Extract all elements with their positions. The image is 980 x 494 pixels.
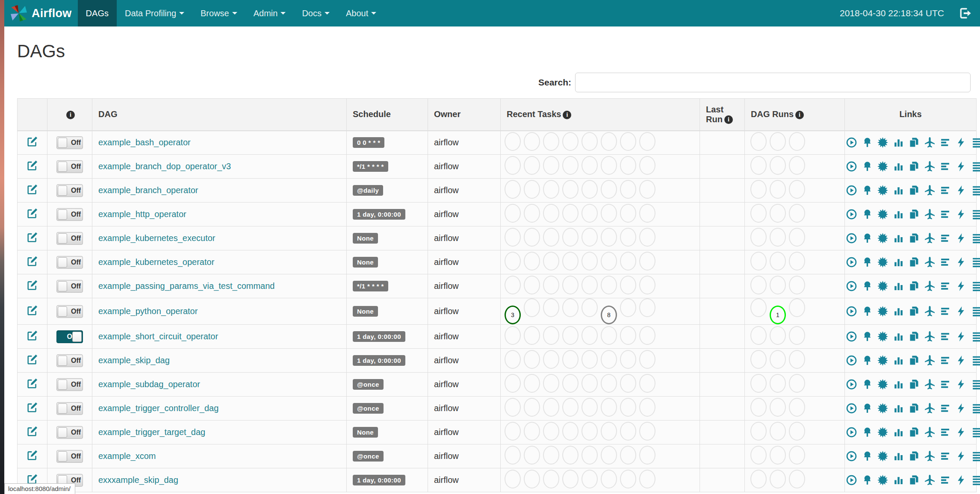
task-state-circle[interactable] (543, 398, 559, 417)
task-state-circle[interactable] (639, 156, 655, 175)
task-state-circle[interactable] (562, 422, 579, 441)
task-state-circle[interactable] (505, 470, 521, 488)
dag-run-circle[interactable] (750, 180, 767, 199)
task-state-circle[interactable] (524, 228, 540, 247)
task-state-circle[interactable] (620, 398, 636, 417)
task-state-circle[interactable] (524, 446, 540, 465)
dag-link[interactable]: example_bash_operator (98, 138, 191, 147)
task-state-circle[interactable] (620, 180, 636, 199)
dag-run-circle[interactable] (789, 252, 805, 271)
pause-toggle[interactable]: Off (56, 305, 83, 318)
tree-view-icon[interactable] (862, 257, 873, 268)
tree-view-icon[interactable] (862, 403, 873, 414)
edit-dag-icon[interactable] (27, 136, 38, 147)
task-state-circle[interactable] (582, 276, 598, 294)
task-state-circle[interactable] (620, 298, 636, 317)
task-state-circle[interactable] (582, 470, 598, 488)
logs-icon[interactable] (971, 257, 980, 268)
pause-toggle[interactable]: On (56, 330, 83, 343)
task-state-circle[interactable] (601, 446, 617, 465)
task-state-circle[interactable] (582, 204, 598, 223)
trigger-dag-icon[interactable] (846, 161, 857, 172)
task-state-circle[interactable] (582, 132, 598, 151)
trigger-dag-icon[interactable] (846, 257, 857, 268)
task-state-circle[interactable] (562, 470, 579, 488)
gantt-view-icon[interactable] (940, 281, 950, 291)
graph-view-icon[interactable] (877, 185, 888, 196)
pause-toggle[interactable]: Off (56, 426, 83, 439)
dag-link[interactable]: example_passing_params_via_test_command (98, 281, 275, 291)
task-state-circle[interactable] (620, 446, 636, 465)
graph-view-icon[interactable] (877, 137, 888, 148)
dag-run-circle[interactable] (770, 252, 786, 271)
dag-run-circle[interactable] (750, 326, 767, 345)
dag-run-circle[interactable] (770, 398, 786, 417)
code-view-icon[interactable] (956, 185, 966, 196)
landing-times-icon[interactable] (924, 306, 935, 317)
landing-times-icon[interactable] (924, 427, 935, 438)
task-state-circle[interactable] (639, 276, 655, 294)
dag-run-circle[interactable] (750, 398, 767, 417)
trigger-dag-icon[interactable] (846, 209, 857, 220)
graph-view-icon[interactable] (877, 427, 888, 438)
tree-view-icon[interactable] (862, 209, 873, 220)
task-state-circle[interactable] (639, 446, 655, 465)
graph-view-icon[interactable] (877, 355, 888, 366)
edit-dag-icon[interactable] (27, 279, 38, 291)
pause-toggle[interactable]: Off (56, 280, 83, 293)
pause-toggle[interactable]: Off (56, 402, 83, 415)
trigger-dag-icon[interactable] (846, 403, 857, 414)
task-tries-icon[interactable] (909, 137, 919, 148)
dag-run-circle[interactable] (789, 374, 805, 393)
code-view-icon[interactable] (956, 427, 966, 438)
task-tries-icon[interactable] (909, 233, 919, 244)
code-view-icon[interactable] (956, 355, 966, 366)
dag-run-circle[interactable] (770, 350, 786, 369)
task-state-circle[interactable] (620, 132, 636, 151)
task-state-circle[interactable] (620, 350, 636, 369)
edit-dag-icon[interactable] (27, 426, 38, 437)
task-state-circle[interactable] (639, 326, 655, 345)
task-state-circle[interactable] (505, 132, 521, 151)
trigger-dag-icon[interactable] (846, 331, 857, 342)
tree-view-icon[interactable] (862, 306, 873, 317)
task-state-circle[interactable] (582, 156, 598, 175)
task-state-circle[interactable] (601, 326, 617, 345)
dag-run-circle[interactable] (770, 326, 786, 345)
task-state-circle[interactable] (582, 422, 598, 441)
landing-times-icon[interactable] (924, 185, 935, 196)
pause-toggle[interactable]: Off (56, 136, 83, 149)
task-state-circle[interactable] (601, 204, 617, 223)
dag-link[interactable]: example_trigger_controller_dag (98, 403, 218, 413)
task-duration-icon[interactable] (893, 355, 904, 366)
dag-link[interactable]: example_kubernetes_executor (98, 233, 215, 243)
task-state-circle[interactable] (543, 180, 559, 199)
dag-run-circle[interactable] (770, 276, 786, 294)
dag-run-circle[interactable] (789, 350, 805, 369)
task-state-circle[interactable] (562, 180, 579, 199)
task-state-circle[interactable] (505, 204, 521, 223)
dag-run-circle[interactable] (750, 470, 767, 488)
dag-link[interactable]: example_branch_dop_operator_v3 (98, 162, 231, 171)
gantt-view-icon[interactable] (940, 331, 950, 342)
edit-dag-icon[interactable] (27, 450, 38, 461)
dag-run-circle[interactable] (770, 446, 786, 465)
task-duration-icon[interactable] (893, 281, 904, 291)
code-view-icon[interactable] (956, 257, 966, 268)
task-state-circle[interactable] (620, 156, 636, 175)
pause-toggle[interactable]: Off (56, 450, 83, 463)
dag-run-circle[interactable] (750, 252, 767, 271)
task-tries-icon[interactable] (909, 209, 919, 220)
tree-view-icon[interactable] (862, 427, 873, 438)
code-view-icon[interactable] (956, 475, 966, 485)
task-state-circle[interactable] (601, 252, 617, 271)
search-input[interactable] (575, 73, 971, 92)
trigger-dag-icon[interactable] (846, 355, 857, 366)
task-state-circle[interactable] (562, 132, 579, 151)
task-state-circle[interactable] (505, 180, 521, 199)
task-state-circle[interactable] (601, 350, 617, 369)
task-state-circle[interactable] (639, 374, 655, 393)
task-state-circle[interactable] (639, 470, 655, 488)
edit-dag-icon[interactable] (27, 354, 38, 365)
task-state-circle[interactable] (562, 298, 579, 317)
